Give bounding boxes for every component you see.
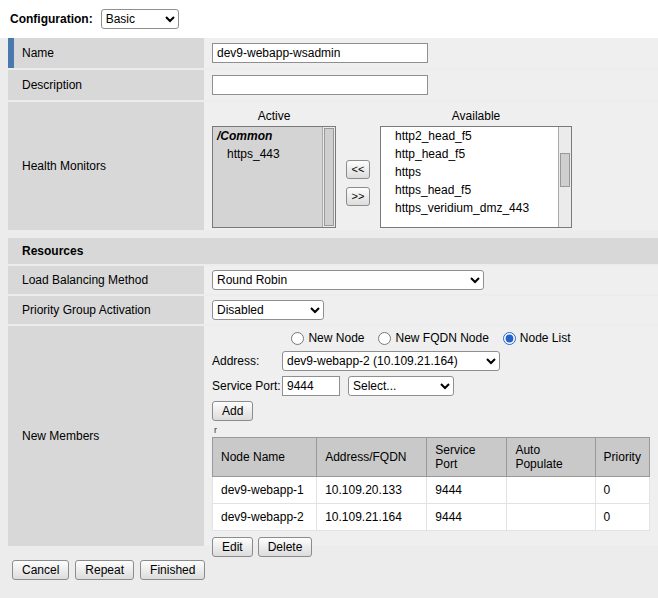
available-item[interactable]: http2_head_f5 [381,127,571,145]
available-item[interactable]: https [381,163,571,181]
active-scrollbar-thumb[interactable] [324,128,334,226]
active-title: Active [258,109,291,123]
member-service-port: 9444 [427,477,507,504]
col-node-name: Node Name [213,438,317,477]
health-monitors-label-cell: Health Monitors [8,102,204,230]
available-title: Available [452,109,500,123]
available-item[interactable]: https_veridium_dmz_443 [381,199,571,217]
footer-actions: Cancel Repeat Finished [12,560,658,580]
col-priority: Priority [595,438,649,477]
priority-group-label-cell: Priority Group Activation [8,296,204,324]
lb-method-row: Load Balancing Method Round Robin [8,266,658,294]
member-row[interactable]: dev9-webapp-2 10.109.21.164 9444 0 [213,504,650,531]
move-to-active-button[interactable]: << [346,160,370,179]
new-members-label-cell: New Members [8,326,204,546]
edit-button[interactable]: Edit [212,537,253,557]
priority-group-label: Priority Group Activation [22,303,151,317]
active-scrollbar[interactable] [322,127,335,227]
configuration-label: Configuration: [10,12,93,26]
lb-method-select[interactable]: Round Robin [212,270,484,290]
address-select[interactable]: dev9-webapp-2 (10.109.21.164) [282,351,500,371]
member-priority: 0 [595,504,649,531]
available-monitors-listbox[interactable]: http2_head_f5 http_head_f5 https https_h… [380,126,572,228]
col-address-fqdn: Address/FQDN [317,438,427,477]
description-label: Description [22,78,82,92]
member-service-port: 9444 [427,504,507,531]
description-value-cell [204,70,658,100]
radio-new-fqdn-node[interactable]: New FQDN Node [378,331,488,345]
new-node-radio[interactable] [291,332,304,345]
cancel-button[interactable]: Cancel [12,560,69,580]
health-monitors-label: Health Monitors [22,159,106,173]
member-node-name: dev9-webapp-2 [213,504,317,531]
member-type-radio-group: New Node New FQDN Node Node List [212,331,650,345]
members-table-header-row: Node Name Address/FQDN Service Port Auto… [213,438,650,477]
service-port-label: Service Port: [212,379,282,393]
lb-method-label-cell: Load Balancing Method [8,266,204,294]
delete-button[interactable]: Delete [258,537,313,557]
lb-method-label: Load Balancing Method [22,273,148,287]
resources-table: Load Balancing Method Round Robin Priori… [8,266,658,546]
new-members-row: New Members New Node New FQDN Node Node … [8,326,658,546]
member-auto-populate [507,477,595,504]
service-port-row: Service Port: Select... [212,376,650,396]
configuration-bar: Configuration: Basic [0,0,658,38]
node-list-radio[interactable] [503,332,516,345]
name-row: Name [8,38,658,68]
resources-section-header: Resources [8,238,658,264]
member-address: 10.109.20.133 [317,477,427,504]
priority-group-select[interactable]: Disabled [212,300,324,320]
repeat-button[interactable]: Repeat [75,560,134,580]
member-row[interactable]: dev9-webapp-1 10.109.20.133 9444 0 [213,477,650,504]
member-auto-populate [507,504,595,531]
service-port-input[interactable] [282,376,340,396]
required-marker [8,38,14,68]
description-input[interactable] [212,75,428,95]
node-list-radio-label: Node List [520,331,571,345]
name-label-cell: Name [8,38,204,68]
health-monitors-value-cell: Active /Common https_443 << >> Available [204,102,658,230]
new-members-label: New Members [22,429,99,443]
description-row: Description [8,70,658,100]
add-button[interactable]: Add [212,401,253,421]
new-members-value-cell: New Node New FQDN Node Node List Address… [204,326,658,546]
priority-group-row: Priority Group Activation Disabled [8,296,658,324]
available-scrollbar-thumb[interactable] [560,153,570,187]
new-node-radio-label: New Node [308,331,364,345]
col-service-port: Service Port [427,438,507,477]
resources-title: Resources [22,244,83,258]
general-properties-table: Name Description Health Monitors Active … [8,38,658,230]
new-fqdn-node-radio[interactable] [378,332,391,345]
finished-button[interactable]: Finished [140,560,205,580]
name-input[interactable] [212,43,428,63]
configuration-select[interactable]: Basic [101,9,179,29]
available-item[interactable]: http_head_f5 [381,145,571,163]
member-address: 10.109.21.164 [317,504,427,531]
description-label-cell: Description [8,70,204,100]
radio-node-list[interactable]: Node List [503,331,571,345]
new-fqdn-node-radio-label: New FQDN Node [395,331,488,345]
stray-text: r [214,425,650,435]
health-monitors-row: Health Monitors Active /Common https_443… [8,102,658,230]
active-monitor-item[interactable]: https_443 [213,145,335,163]
members-table: Node Name Address/FQDN Service Port Auto… [212,437,650,531]
name-label: Name [22,46,54,60]
available-scrollbar[interactable] [558,127,571,227]
address-label: Address: [212,354,282,368]
service-port-select[interactable]: Select... [348,376,454,396]
active-partition-item[interactable]: /Common [213,127,335,145]
member-priority: 0 [595,477,649,504]
radio-new-node[interactable]: New Node [291,331,364,345]
available-item[interactable]: https_head_f5 [381,181,571,199]
move-to-available-button[interactable]: >> [346,187,370,206]
priority-group-value-cell: Disabled [204,296,658,324]
name-value-cell [204,38,658,68]
col-auto-populate: Auto Populate [507,438,595,477]
address-row: Address: dev9-webapp-2 (10.109.21.164) [212,351,650,371]
active-monitors-listbox[interactable]: /Common https_443 [212,126,336,228]
lb-method-value-cell: Round Robin [204,266,658,294]
member-node-name: dev9-webapp-1 [213,477,317,504]
